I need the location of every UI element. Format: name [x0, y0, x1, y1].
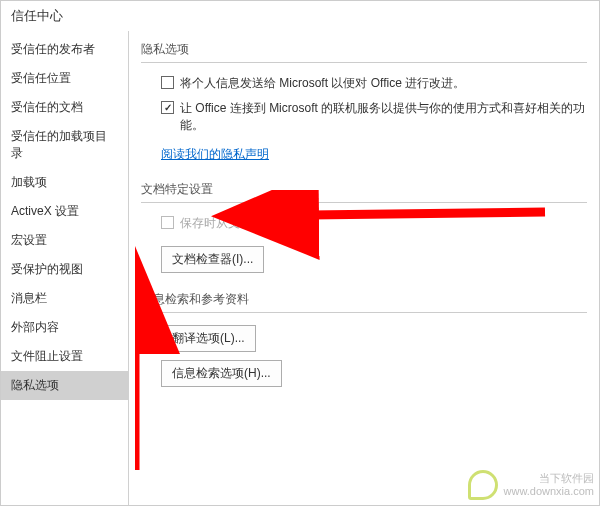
checkbox-row-remove-properties: 保存时从文件属性中删	[141, 215, 587, 232]
sidebar-item-macro-settings[interactable]: 宏设置	[1, 226, 128, 255]
sidebar-item-label: 受信任的文档	[11, 100, 83, 114]
checkbox-icon	[161, 216, 174, 229]
sidebar-item-addins[interactable]: 加载项	[1, 168, 128, 197]
sidebar-item-label: 加载项	[11, 175, 47, 189]
window-title: 信任中心	[1, 1, 599, 31]
trust-center-window: 信任中心 受信任的发布者 受信任位置 受信任的文档 受信任的加载项目录 加载项 …	[0, 0, 600, 506]
section-research: 信息检索和参考资料 翻译选项(L)... 信息检索选项(H)...	[141, 291, 587, 387]
document-inspector-button[interactable]: 文档检查器(I)...	[161, 246, 264, 273]
sidebar-item-label: 文件阻止设置	[11, 349, 83, 363]
checkbox-label: 将个人信息发送给 Microsoft 以便对 Office 进行改进。	[180, 75, 465, 92]
sidebar-item-trusted-locations[interactable]: 受信任位置	[1, 64, 128, 93]
sidebar-item-label: 受信任位置	[11, 71, 71, 85]
research-options-button[interactable]: 信息检索选项(H)...	[161, 360, 282, 387]
checkbox-icon	[161, 101, 174, 114]
section-title: 文档特定设置	[141, 181, 587, 203]
sidebar-item-privacy-options[interactable]: 隐私选项	[1, 371, 128, 400]
checkbox-icon	[161, 76, 174, 89]
section-title: 隐私选项	[141, 41, 587, 63]
sidebar-item-external-content[interactable]: 外部内容	[1, 313, 128, 342]
sidebar-item-trusted-publishers[interactable]: 受信任的发布者	[1, 35, 128, 64]
watermark-url: www.downxia.com	[504, 485, 594, 498]
checkbox-row-send-info[interactable]: 将个人信息发送给 Microsoft 以便对 Office 进行改进。	[141, 75, 587, 92]
sidebar-item-label: 外部内容	[11, 320, 59, 334]
watermark: 当下软件园 www.downxia.com	[468, 470, 594, 500]
sidebar-item-file-block-settings[interactable]: 文件阻止设置	[1, 342, 128, 371]
sidebar-item-label: 受保护的视图	[11, 262, 83, 276]
sidebar: 受信任的发布者 受信任位置 受信任的文档 受信任的加载项目录 加载项 Activ…	[1, 31, 129, 505]
section-title: 信息检索和参考资料	[141, 291, 587, 313]
translation-options-button[interactable]: 翻译选项(L)...	[161, 325, 256, 352]
section-document-specific: 文档特定设置 保存时从文件属性中删 文档检查器(I)...	[141, 181, 587, 273]
sidebar-item-label: 受信任的发布者	[11, 42, 95, 56]
sidebar-item-label: 消息栏	[11, 291, 47, 305]
sidebar-item-message-bar[interactable]: 消息栏	[1, 284, 128, 313]
checkbox-row-online-services[interactable]: 让 Office 连接到 Microsoft 的联机服务以提供与你的使用方式和喜…	[141, 100, 587, 134]
watermark-name: 当下软件园	[504, 472, 594, 485]
checkbox-label: 保存时从文件属性中删	[180, 215, 300, 232]
privacy-statement-link[interactable]: 阅读我们的隐私声明	[141, 146, 269, 163]
sidebar-item-label: ActiveX 设置	[11, 204, 79, 218]
sidebar-item-label: 受信任的加载项目录	[11, 129, 107, 160]
sidebar-item-label: 宏设置	[11, 233, 47, 247]
checkbox-label: 让 Office 连接到 Microsoft 的联机服务以提供与你的使用方式和喜…	[180, 100, 587, 134]
window-body: 受信任的发布者 受信任位置 受信任的文档 受信任的加载项目录 加载项 Activ…	[1, 31, 599, 505]
watermark-logo-icon	[468, 470, 498, 500]
sidebar-item-trusted-documents[interactable]: 受信任的文档	[1, 93, 128, 122]
sidebar-item-label: 隐私选项	[11, 378, 59, 392]
watermark-text: 当下软件园 www.downxia.com	[504, 472, 594, 498]
button-stack: 翻译选项(L)... 信息检索选项(H)...	[141, 325, 587, 387]
section-privacy-options: 隐私选项 将个人信息发送给 Microsoft 以便对 Office 进行改进。…	[141, 41, 587, 163]
sidebar-item-activex-settings[interactable]: ActiveX 设置	[1, 197, 128, 226]
sidebar-item-protected-view[interactable]: 受保护的视图	[1, 255, 128, 284]
main-panel: 隐私选项 将个人信息发送给 Microsoft 以便对 Office 进行改进。…	[129, 31, 599, 505]
sidebar-item-trusted-addin-catalogs[interactable]: 受信任的加载项目录	[1, 122, 128, 168]
